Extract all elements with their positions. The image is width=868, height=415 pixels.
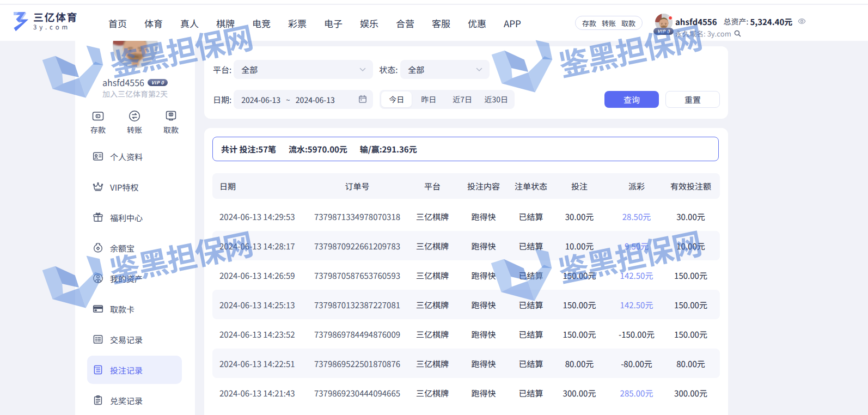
quick-action-transfer[interactable]: 转账 xyxy=(118,109,151,135)
date-range-input[interactable]: 2024-06-13 ~ 2024-06-13 xyxy=(234,90,373,109)
nav-item[interactable]: 彩票 xyxy=(288,16,307,30)
wallet-action[interactable]: 转账 xyxy=(602,18,616,28)
search-button[interactable]: 查询 xyxy=(604,91,659,108)
cell-payout: 142.50元 xyxy=(612,299,662,310)
assets-icon xyxy=(93,273,103,284)
table-row[interactable]: 2024-06-13 14:21:43 7379869230444094665 … xyxy=(212,378,720,407)
quick-action-deposit[interactable]: 存款 xyxy=(82,109,114,135)
nav-item[interactable]: 客服 xyxy=(432,16,450,30)
filter-row-1: 平台: 全部 状态: 全部 xyxy=(213,60,490,79)
menu-item-assets[interactable]: 我的资产 xyxy=(87,264,182,292)
menu-item-transactions[interactable]: 交易记录 xyxy=(87,325,182,353)
filter-row-2: 日期: 2024-06-13 ~ 2024-06-13 今日昨日近7日近30日 xyxy=(213,90,515,109)
col-header-platform: 平台 xyxy=(412,180,453,192)
date-range-option[interactable]: 近30日 xyxy=(479,91,513,107)
quick-action-withdraw[interactable]: 取款 xyxy=(155,109,187,135)
cell-payout: -150.00元 xyxy=(612,328,662,340)
nav-item[interactable]: 电竞 xyxy=(252,16,271,30)
screen: 三亿体育 3y.com 首页体育真人棋牌电竞彩票电子娱乐合营客服优惠APP 存款… xyxy=(0,0,868,415)
summary-part: 输/赢:291.36元 xyxy=(360,143,417,155)
chevron-down-icon xyxy=(359,68,366,72)
cell-order: 7379869230444094665 xyxy=(302,387,412,399)
cell-status: 已结算 xyxy=(515,328,547,340)
menu-item-profile[interactable]: 个人资料 xyxy=(87,142,182,170)
table-row[interactable]: 2024-06-13 14:23:52 7379869784494876009 … xyxy=(212,319,720,349)
cell-valid: 300.00元 xyxy=(662,387,720,399)
table-row[interactable]: 2024-06-13 14:26:59 7379870587653760593 … xyxy=(212,260,720,290)
domain-row: 永久域名: 3y.com xyxy=(675,29,741,38)
cell-date: 2024-06-13 14:21:43 xyxy=(212,387,302,399)
quick-action-label: 存款 xyxy=(90,124,106,135)
sidebar-menu: 个人资料 VIP特权 福利中心 余额宝 我的资产 取款卡 xyxy=(87,142,182,415)
cell-order: 7379869784494876009 xyxy=(302,328,412,340)
domain-label: 永久域名: xyxy=(675,28,706,39)
nav-item[interactable]: 真人 xyxy=(180,16,199,30)
cell-payout: 285.00元 xyxy=(612,387,662,399)
cell-bet: 10.00元 xyxy=(547,240,612,252)
date-range-option[interactable]: 今日 xyxy=(381,91,412,107)
nav-item[interactable]: 娱乐 xyxy=(360,16,378,30)
sidebar-vip-badge: VIP 0 xyxy=(148,79,168,86)
nav-item[interactable]: 棋牌 xyxy=(216,16,235,30)
menu-item-yuebao[interactable]: 余额宝 xyxy=(87,234,182,262)
eye-icon[interactable] xyxy=(798,18,806,25)
cell-status: 已结算 xyxy=(515,211,547,222)
reset-button[interactable]: 重置 xyxy=(665,91,720,108)
nav-item[interactable]: 合营 xyxy=(396,16,414,30)
date-label: 日期: xyxy=(213,94,231,105)
cell-content: 跑得快 xyxy=(453,328,515,340)
wallet-action[interactable]: 取款 xyxy=(621,18,635,28)
domain-value: 3y.com xyxy=(707,28,731,39)
menu-item-redeem-records[interactable]: 兑奖记录 xyxy=(87,386,182,414)
cell-order: 7379871334978070318 xyxy=(302,211,412,222)
date-separator: ~ xyxy=(286,94,290,105)
cell-date: 2024-06-13 14:28:17 xyxy=(212,240,302,252)
nav-item[interactable]: 电子 xyxy=(324,16,343,30)
chevron-down-icon xyxy=(476,68,482,72)
date-range-option[interactable]: 近7日 xyxy=(445,91,479,107)
redeem-records-icon xyxy=(93,395,103,406)
platform-label: 平台: xyxy=(213,64,231,75)
table-row[interactable]: 2024-06-13 14:29:53 7379871334978070318 … xyxy=(212,202,720,231)
cell-valid: 30.00元 xyxy=(662,211,720,222)
brand-logo[interactable]: 三亿体育 3y.com xyxy=(11,9,78,32)
col-header-valid: 有效投注额 xyxy=(662,180,720,192)
menu-item-label: 余额宝 xyxy=(110,242,135,254)
menu-item-bet-records[interactable]: 投注记录 xyxy=(87,356,182,384)
menu-item-label: 兑奖记录 xyxy=(110,395,143,406)
nav-item[interactable]: 首页 xyxy=(108,16,127,30)
cell-bet: 300.00元 xyxy=(547,387,612,399)
menu-item-vip[interactable]: VIP特权 xyxy=(87,173,182,201)
menu-item-withdraw-card[interactable]: 取款卡 xyxy=(87,295,182,323)
welfare-gift-icon xyxy=(93,212,103,223)
table-row[interactable]: 2024-06-13 14:25:13 7379870132387227081 … xyxy=(212,290,720,319)
table-row[interactable]: 2024-06-13 14:22:51 7379869522501870876 … xyxy=(212,349,720,378)
username: ahsfd4556 xyxy=(675,16,717,27)
top-strip xyxy=(0,0,868,4)
wallet-action[interactable]: 存款 xyxy=(582,18,596,28)
sidebar-username: ahsfd4556 xyxy=(102,76,144,89)
menu-item-welfare[interactable]: 福利中心 xyxy=(87,203,182,231)
platform-select[interactable]: 全部 xyxy=(234,60,373,79)
table-row[interactable]: 2024-06-13 14:28:17 7379870922661209783 … xyxy=(212,231,720,260)
sidebar-user-row: ahsfd4556 VIP 0 xyxy=(75,76,195,89)
cell-bet: 30.00元 xyxy=(547,211,612,222)
magnifier-icon[interactable] xyxy=(734,30,741,37)
platform-value: 全部 xyxy=(241,64,258,75)
cell-status: 已结算 xyxy=(515,299,547,310)
menu-item-label: 我的资产 xyxy=(110,273,143,284)
cell-payout: 142.50元 xyxy=(612,270,662,281)
sidebar: ahsfd4556 VIP 0 加入三亿体育第2天 存款 转账 取款 个人资料 xyxy=(75,41,195,415)
menu-item-label: 个人资料 xyxy=(110,151,143,162)
nav-item[interactable]: APP xyxy=(504,16,521,30)
nav-item[interactable]: 优惠 xyxy=(468,16,486,30)
calendar-icon xyxy=(358,95,367,103)
menu-item-label: VIP特权 xyxy=(110,181,139,193)
status-select[interactable]: 全部 xyxy=(400,60,490,79)
main-nav: 首页体育真人棋牌电竞彩票电子娱乐合营客服优惠APP xyxy=(108,5,521,41)
join-days-text: 加入三亿体育第2天 xyxy=(75,88,195,99)
nav-item[interactable]: 体育 xyxy=(144,16,163,30)
cell-order: 7379870922661209783 xyxy=(302,240,412,252)
date-range-option[interactable]: 昨日 xyxy=(412,91,445,107)
cell-content: 跑得快 xyxy=(453,358,515,369)
